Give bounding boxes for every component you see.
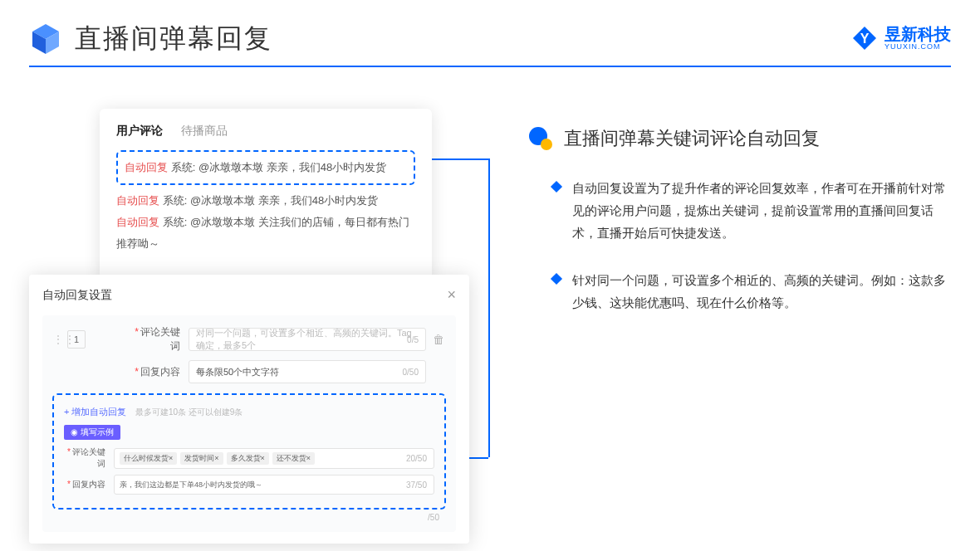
chat-bubble-icon xyxy=(527,125,554,152)
example-content-label: *回复内容 xyxy=(64,479,114,490)
comment-row: 自动回复 系统: @冰墩墩本墩 亲亲，我们48小时内发货 xyxy=(125,157,407,178)
logo-text: 昱新科技 xyxy=(884,25,951,43)
comment-row: 自动回复 系统: @冰墩墩本墩 关注我们的店铺，每日都有热门推荐呦～ xyxy=(116,212,415,255)
example-content-input[interactable]: 亲，我们这边都是下单48小时内发货的哦～ 37/50 xyxy=(114,475,434,495)
add-reply-link[interactable]: + 增加自动回复 xyxy=(64,407,126,417)
tag-item[interactable]: 什么时候发货× xyxy=(120,452,177,465)
example-keyword-input[interactable]: 什么时候发货× 发货时间× 多久发货× 还不发货× 20/50 xyxy=(114,448,434,469)
drag-handle-icon[interactable]: ⋮⋮ xyxy=(52,333,64,346)
settings-panel: 自动回复设置 × ⋮⋮ 1 *评论关键词 对同一个问题，可设置多个相近、高频的关… xyxy=(29,275,469,544)
settings-title: 自动回复设置 xyxy=(42,288,112,303)
connector-line xyxy=(488,158,490,457)
logo-subtext: YUUXIN.COM xyxy=(884,43,951,51)
tag-item[interactable]: 还不发货× xyxy=(272,452,315,465)
footer-counter: /50 xyxy=(52,510,446,522)
connector-line xyxy=(468,457,488,459)
comment-row: 自动回复 系统: @冰墩墩本墩 亲亲，我们48小时内发货 xyxy=(116,190,415,212)
content-label: *回复内容 xyxy=(130,365,189,379)
example-section: + 增加自动回复 最多可建10条 还可以创建9条 ◉ 填写示例 *评论关键词 什… xyxy=(52,393,446,510)
tab-pending-goods[interactable]: 待播商品 xyxy=(181,124,228,139)
connector-line xyxy=(430,158,488,160)
bullet-item: 自动回复设置为了提升作者的评论回复效率，作者可在开播前针对常见的评论用户问题，提… xyxy=(527,177,951,244)
diamond-icon xyxy=(551,181,562,193)
tag-item[interactable]: 发货时间× xyxy=(180,452,223,465)
highlighted-comment: 自动回复 系统: @冰墩墩本墩 亲亲，我们48小时内发货 xyxy=(116,150,415,185)
close-icon[interactable]: × xyxy=(447,286,456,304)
example-keyword-label: *评论关键词 xyxy=(64,446,114,470)
content-input[interactable]: 每条限50个中文字符 0/50 xyxy=(189,360,426,383)
brand-logo: Y 昱新科技 YUUXIN.COM xyxy=(851,25,951,51)
svg-text:Y: Y xyxy=(860,32,870,46)
cube-icon xyxy=(29,22,62,56)
tag-item[interactable]: 多久发货× xyxy=(227,452,269,465)
tab-user-comments[interactable]: 用户评论 xyxy=(116,124,163,139)
bullet-item: 针对同一个问题，可设置多个相近的、高频的关键词。例如：这款多少钱、这块能优惠吗、… xyxy=(527,269,951,314)
example-badge: ◉ 填写示例 xyxy=(64,425,120,440)
section-title: 直播间弹幕关键词评论自动回复 xyxy=(564,126,820,151)
comments-panel: 用户评论 待播商品 自动回复 系统: @冰墩墩本墩 亲亲，我们48小时内发货 自… xyxy=(100,109,432,280)
svg-point-6 xyxy=(541,139,552,150)
page-title: 直播间弹幕回复 xyxy=(75,21,272,57)
keyword-input[interactable]: 对同一个问题，可设置多个相近、高频的关键词。Tag确定，最多5个 0/5 xyxy=(189,328,426,351)
keyword-label: *评论关键词 xyxy=(130,325,189,354)
trash-icon[interactable]: 🗑 xyxy=(433,333,446,346)
diamond-icon xyxy=(551,273,562,285)
add-hint: 最多可建10条 还可以创建9条 xyxy=(135,407,243,417)
item-number: 1 xyxy=(67,330,86,349)
